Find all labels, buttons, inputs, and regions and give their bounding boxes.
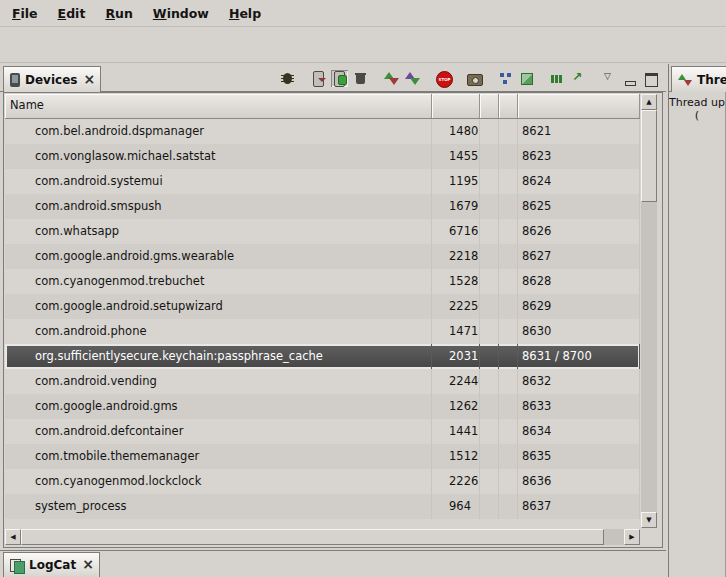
table-row[interactable]: com.cyanogenmod.lockclock 22265 8636 (5, 469, 640, 494)
process-port-cell: 8623 (518, 144, 640, 169)
column-header[interactable]: Name (5, 94, 432, 119)
menu-item[interactable]: Help (219, 3, 271, 24)
process-pid-cell: 22265 (432, 469, 480, 494)
process-port-cell: 8626 (518, 219, 640, 244)
process-name-cell: com.android.smspush (5, 194, 432, 219)
process-pid-cell: 1471 (432, 319, 480, 344)
empty-cell (499, 344, 518, 369)
menu-item[interactable]: Edit (48, 3, 96, 24)
stop-process-icon[interactable] (435, 70, 452, 87)
method-profiling-icon[interactable] (404, 70, 421, 87)
scroll-up-icon[interactable] (641, 94, 657, 110)
process-port-cell: 8634 (518, 419, 640, 444)
logcat-icon (10, 559, 24, 572)
table-row[interactable]: com.android.systemui 1195 8624 (5, 169, 640, 194)
scroll-left-icon[interactable] (5, 529, 21, 545)
table-row[interactable]: com.google.android.gms 12623 8633 (5, 394, 640, 419)
hierarchy-view-icon[interactable] (497, 70, 514, 87)
table-row[interactable]: com.android.vending 22440 8632 (5, 369, 640, 394)
empty-cell (480, 419, 499, 444)
pixel-perfect-icon[interactable] (518, 70, 535, 87)
process-pid-cell: 1679 (432, 194, 480, 219)
empty-cell (499, 244, 518, 269)
table-row[interactable]: com.google.android.setupwizard 22250 862… (5, 294, 640, 319)
empty-cell (499, 219, 518, 244)
update-threads-icon[interactable] (383, 70, 400, 87)
threads-tabbar: Threa (669, 64, 726, 92)
empty-cell (499, 294, 518, 319)
tab-devices[interactable]: Devices (3, 66, 101, 92)
process-pid-cell: 6716 (432, 219, 480, 244)
table-header: Name (5, 94, 640, 119)
scroll-down-icon[interactable] (641, 512, 657, 528)
table-row[interactable]: org.sufficientlysecure.keychain:passphra… (5, 344, 640, 369)
process-port-cell: 8628 (518, 269, 640, 294)
update-heap-icon[interactable] (331, 70, 348, 87)
table-row[interactable]: com.google.android.gms.wearable 22185 86… (5, 244, 640, 269)
menu-item[interactable]: Run (95, 3, 142, 24)
process-pid-cell: 1512 (432, 444, 480, 469)
column-header[interactable] (499, 94, 518, 119)
cause-gc-icon[interactable] (352, 70, 369, 87)
empty-cell (499, 169, 518, 194)
column-header[interactable] (518, 94, 640, 119)
empty-cell (480, 269, 499, 294)
network-stats-icon[interactable] (570, 70, 587, 87)
table-row[interactable]: com.android.smspush 1679 8625 (5, 194, 640, 219)
column-header[interactable] (480, 94, 499, 119)
horizontal-scrollbar-thumb[interactable] (21, 529, 604, 545)
threads-icon (678, 73, 692, 87)
tab-devices-label: Devices (25, 73, 77, 87)
table-row[interactable]: com.android.defcontainer 14411 8634 (5, 419, 640, 444)
minimize-icon[interactable] (622, 70, 639, 87)
dump-hprof-icon[interactable] (310, 70, 327, 87)
empty-cell (499, 319, 518, 344)
menu-item[interactable]: Window (143, 3, 219, 24)
empty-cell (480, 469, 499, 494)
process-name-cell: com.cyanogenmod.trebuchet (5, 269, 432, 294)
process-port-cell: 8629 (518, 294, 640, 319)
process-name-cell: com.tmobile.thememanager (5, 444, 432, 469)
debug-process-icon[interactable] (279, 70, 296, 87)
vertical-scrollbar-thumb[interactable] (641, 110, 657, 202)
table-row[interactable]: com.tmobile.thememanager 1512 8635 (5, 444, 640, 469)
horizontal-scrollbar[interactable] (5, 529, 640, 545)
threads-message-line2: ( (669, 109, 725, 122)
table-row[interactable]: com.whatsapp 6716 8626 (5, 219, 640, 244)
process-port-cell: 8632 (518, 369, 640, 394)
tab-threads[interactable]: Threa (671, 66, 726, 92)
close-icon[interactable] (81, 558, 93, 572)
process-table: Name com.bel.android.dspmanager (5, 94, 640, 528)
column-header[interactable] (432, 94, 480, 119)
threads-message: Thread up ( (669, 92, 726, 577)
empty-cell (480, 194, 499, 219)
table-row[interactable]: com.android.phone 1471 8630 (5, 319, 640, 344)
close-icon[interactable] (82, 73, 94, 87)
table-row[interactable]: com.cyanogenmod.trebuchet 1528 8628 (5, 269, 640, 294)
vertical-scrollbar[interactable] (641, 94, 657, 528)
process-name-cell: com.android.vending (5, 369, 432, 394)
table-row[interactable]: system_process 964 8637 (5, 494, 640, 519)
maximize-icon[interactable] (643, 70, 660, 87)
scroll-right-icon[interactable] (624, 529, 640, 545)
view-menu-icon[interactable] (601, 70, 618, 87)
menu-item[interactable]: File (2, 3, 48, 24)
empty-cell (480, 119, 499, 144)
empty-cell (480, 394, 499, 419)
process-pid-cell: 1480 (432, 119, 480, 144)
table-row[interactable]: com.bel.android.dspmanager 1480 8621 (5, 119, 640, 144)
devices-toolbar (275, 64, 660, 92)
table-row[interactable]: com.vonglasow.michael.satstat 14553 8623 (5, 144, 640, 169)
process-name-cell: com.whatsapp (5, 219, 432, 244)
screen-capture-icon[interactable] (466, 70, 483, 87)
ddms-window: File Edit Run Window Help Devices (0, 0, 726, 577)
process-pid-cell: 14411 (432, 419, 480, 444)
heap-usage-icon[interactable] (549, 70, 566, 87)
empty-cell (499, 119, 518, 144)
tab-logcat-label: LogCat (29, 558, 76, 572)
tab-logcat[interactable]: LogCat (3, 552, 100, 577)
process-name-cell: com.google.android.gms.wearable (5, 244, 432, 269)
process-pid-cell: 20311 (432, 344, 480, 369)
empty-cell (499, 494, 518, 519)
logcat-bar: LogCat (0, 550, 666, 577)
